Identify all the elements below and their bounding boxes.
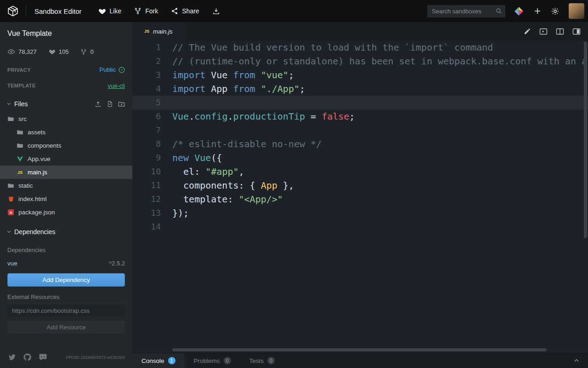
code-line[interactable]: 4import App from "./App"; [132, 82, 588, 96]
add-resource-button[interactable]: Add Resource [7, 321, 125, 334]
eye-icon [7, 48, 15, 56]
tab-main-js[interactable]: JS main.js [132, 22, 185, 40]
vue-icon [17, 155, 23, 162]
file-item-main.js[interactable]: JSmain.js [0, 166, 132, 179]
file-name: components [28, 142, 62, 149]
tab-bar: JS main.js [132, 22, 588, 40]
editor-view-icon[interactable] [539, 28, 548, 35]
dependency-row[interactable]: vue ^2.5.2 [7, 260, 125, 267]
like-button[interactable]: Like [98, 7, 122, 15]
share-button[interactable]: Share [171, 7, 199, 15]
code-line[interactable]: 8/* eslint-disable no-new */ [132, 137, 588, 151]
likes-count: 105 [59, 48, 69, 55]
code-line[interactable]: 9new Vue({ [132, 151, 588, 165]
folder-icon [7, 115, 14, 122]
template-link[interactable]: vue-cli [107, 82, 125, 89]
file-item-components[interactable]: components [0, 139, 132, 152]
heart-icon [98, 7, 106, 15]
line-content [161, 96, 172, 109]
folder-icon [17, 129, 23, 136]
vertical-scrollbar[interactable] [584, 41, 587, 238]
new-folder-icon[interactable] [118, 101, 125, 108]
codesandbox-logo[interactable] [0, 0, 26, 22]
preview-view-icon[interactable] [572, 28, 581, 35]
pro-badge-button[interactable] [514, 6, 524, 17]
js-icon: JS [17, 170, 23, 175]
file-item-package.json[interactable]: npackage.json [0, 206, 132, 219]
avatar[interactable] [569, 3, 584, 19]
download-button[interactable] [212, 7, 220, 15]
template-row: TEMPLATE vue-cli [0, 77, 132, 94]
code-line[interactable]: 14 [132, 220, 588, 234]
stats-row: 78,327 105 0 [7, 48, 125, 56]
heart-icon [49, 48, 56, 55]
line-content: import App from "./App"; [161, 82, 305, 96]
code-line[interactable]: 3import Vue from "vue"; [132, 68, 588, 82]
prettify-icon[interactable] [524, 28, 531, 35]
chat-icon[interactable] [39, 353, 47, 362]
twitter-icon[interactable] [7, 353, 16, 362]
file-item-App.vue[interactable]: App.vue [0, 152, 132, 166]
problems-tab-label: Problems [194, 357, 220, 364]
line-content: Vue.config.productionTip = false; [161, 109, 355, 123]
new-file-icon[interactable] [107, 101, 113, 108]
new-sandbox-button[interactable] [533, 7, 542, 15]
github-icon[interactable] [23, 353, 32, 362]
line-number: 12 [132, 192, 161, 206]
project-title: Vue Template [7, 29, 125, 38]
code-line[interactable]: 11 components: { App }, [132, 178, 588, 192]
json-icon: n [7, 209, 14, 215]
console-tab-label: Console [141, 357, 164, 364]
fork-label: Fork [145, 7, 158, 15]
code-line[interactable]: 12 template: "<App/>" [132, 192, 588, 206]
file-name: main.js [28, 169, 47, 176]
chevron-up-icon[interactable] [573, 353, 588, 368]
code-line[interactable]: 5 [132, 96, 588, 109]
code-line[interactable]: 6Vue.config.productionTip = false; [132, 109, 588, 123]
code-line[interactable]: 10 el: "#app", [132, 165, 588, 178]
file-item-src[interactable]: src [0, 112, 132, 126]
line-content: /* eslint-disable no-new */ [161, 137, 322, 151]
download-icon [212, 7, 220, 15]
tests-tab[interactable]: Tests 0 [240, 353, 284, 368]
split-view-icon[interactable] [556, 28, 564, 35]
file-item-static[interactable]: static [0, 179, 132, 192]
settings-button[interactable] [551, 7, 560, 16]
upload-icon[interactable] [95, 101, 102, 108]
file-tree: srcassetscomponentsApp.vueJSmain.jsstati… [0, 112, 132, 219]
forks-stat: 0 [80, 48, 93, 55]
console-badge: 1 [168, 357, 175, 364]
code-lines: 1// The Vue build version to load with t… [132, 40, 588, 234]
line-number: 11 [132, 178, 161, 192]
code-line[interactable]: 7 [132, 123, 588, 137]
fork-button[interactable]: Fork [134, 7, 158, 15]
external-resource-input[interactable] [7, 305, 125, 317]
file-name: package.json [18, 209, 55, 216]
code-line[interactable]: 1// The Vue build version to load with t… [132, 40, 588, 54]
pro-diamond-icon [514, 6, 524, 17]
code-editor[interactable]: 1// The Vue build version to load with t… [132, 40, 588, 353]
file-item-assets[interactable]: assets [0, 126, 132, 139]
top-bar: Sandbox Editor Like Fork Share [0, 0, 588, 22]
file-item-index.html[interactable]: index.html [0, 192, 132, 206]
problems-tab[interactable]: Problems 0 [185, 353, 240, 368]
help-circle-icon[interactable]: ? [119, 67, 125, 73]
tab-label: main.js [153, 28, 173, 35]
line-content: import Vue from "vue"; [161, 68, 294, 82]
console-tab[interactable]: Console 1 [132, 353, 185, 368]
line-number: 4 [132, 82, 161, 96]
add-dependency-button[interactable]: Add Dependency [7, 273, 125, 287]
dependencies-section-header[interactable]: Dependencies [0, 222, 132, 240]
files-section-header[interactable]: Files [0, 94, 132, 112]
external-resources-label: External Resources [7, 293, 125, 300]
file-name: index.html [18, 196, 47, 202]
editor-toolbar [524, 22, 588, 40]
dependencies-section-label: Dependencies [14, 228, 56, 236]
line-number: 3 [132, 68, 161, 82]
line-number: 6 [132, 109, 161, 123]
horizontal-scrollbar[interactable] [172, 348, 547, 351]
code-line[interactable]: 2// (runtime-only or standalone) has bee… [132, 54, 588, 68]
code-line[interactable]: 13}); [132, 206, 588, 220]
line-content: el: "#app", [161, 165, 244, 178]
search-input[interactable] [427, 5, 505, 17]
